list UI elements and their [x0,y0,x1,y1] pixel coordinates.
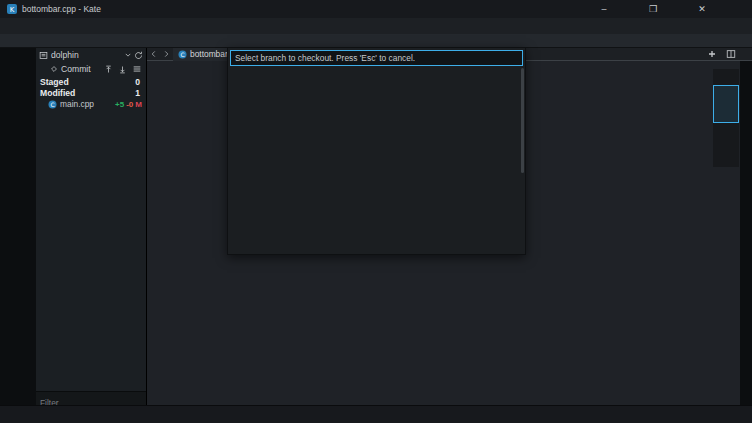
back-icon[interactable] [147,50,160,58]
forward-icon[interactable] [160,50,173,58]
commit-button[interactable]: Commit [50,64,91,74]
svg-text:C: C [50,101,54,108]
status-bar [0,405,752,423]
staged-count: 0 [135,77,140,87]
branch-list [229,67,524,253]
lines-removed: -0 [126,100,133,109]
cpp-file-icon: C [48,100,57,109]
file-status-badge: M [135,100,142,109]
git-menu-icon[interactable] [132,64,142,74]
git-sidebar: dolphin Commit [36,48,147,405]
editor-right-gutter [740,61,752,405]
new-tab-icon[interactable] [708,50,716,58]
file-name: main.cpp [60,99,94,109]
branch-list-scrollbar[interactable] [521,68,524,173]
modified-label: Modified [40,88,75,98]
svg-text:C: C [180,51,184,58]
commit-diamond-icon [50,65,58,73]
window-controls: – ❒ ✕ [598,0,708,18]
close-button[interactable]: ✕ [696,4,708,14]
branch-filter-input[interactable]: Select branch to checkout. Press 'Esc' t… [230,50,523,66]
refresh-icon[interactable] [134,51,143,60]
window-title: bottombar.cpp - Kate [22,4,101,14]
svg-text:K: K [10,6,15,14]
git-toolbar: Commit [36,62,146,76]
menu-bar [0,18,752,34]
tool-bar [0,34,752,48]
staged-row[interactable]: Staged 0 [36,76,146,87]
modified-count: 1 [135,88,140,98]
filter-box [36,391,146,405]
modified-file-row[interactable]: C main.cpp +5 -0 M [36,98,146,110]
left-tool-rail [0,48,36,405]
branch-checkout-popup: Select branch to checkout. Press 'Esc' t… [227,47,526,255]
git-push-icon[interactable] [104,65,113,74]
minimap[interactable] [713,69,739,167]
title-bar: K bottombar.cpp - Kate – ❒ ✕ [0,0,752,18]
chevron-down-icon[interactable] [125,52,131,58]
split-view-icon[interactable] [726,49,736,59]
git-pull-icon[interactable] [118,65,127,74]
modified-row[interactable]: Modified 1 [36,87,146,98]
project-selector[interactable]: dolphin [36,48,146,62]
project-icon [39,51,48,60]
lines-added: +5 [115,100,124,109]
project-name: dolphin [51,50,79,60]
kate-window: K bottombar.cpp - Kate – ❒ ✕ dolphin [0,0,752,423]
minimap-viewport[interactable] [713,85,739,123]
cpp-file-icon: C [178,50,187,59]
commit-label: Commit [61,64,91,74]
staged-label: Staged [40,77,69,87]
minimize-button[interactable]: – [598,4,610,14]
kate-app-icon: K [7,4,17,14]
maximize-button[interactable]: ❒ [647,4,659,14]
